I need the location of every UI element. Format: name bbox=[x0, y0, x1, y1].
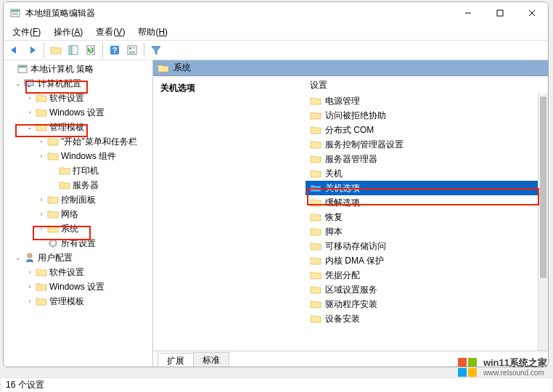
list-item-label: 电源管理 bbox=[325, 95, 360, 107]
folder-icon bbox=[157, 63, 169, 73]
minimize-button[interactable] bbox=[452, 2, 484, 24]
refresh-button[interactable] bbox=[83, 42, 99, 58]
list-item[interactable]: 访问被拒绝协助 bbox=[306, 108, 548, 123]
expand-icon[interactable]: › bbox=[36, 194, 47, 205]
properties-button[interactable] bbox=[124, 42, 140, 58]
app-icon bbox=[9, 7, 21, 19]
column-header-settings[interactable]: 设置 bbox=[306, 76, 548, 94]
collapse-icon[interactable]: ⌄ bbox=[24, 121, 36, 133]
tree-windows-components[interactable]: › Windows 组件 bbox=[4, 149, 152, 163]
expand-icon[interactable]: › bbox=[36, 223, 47, 234]
tree-root[interactable]: 本地计算机 策略 bbox=[4, 62, 152, 76]
list-item[interactable]: 可移动存储访问 bbox=[306, 239, 548, 253]
tree-start-menu[interactable]: › "开始"菜单和任务栏 bbox=[4, 134, 152, 149]
list-item[interactable]: 区域设置服务 bbox=[306, 282, 548, 297]
expand-icon[interactable]: › bbox=[36, 136, 47, 147]
policy-icon bbox=[17, 63, 28, 75]
list-item-label: 凭据分配 bbox=[325, 269, 360, 282]
tree-admin-templates[interactable]: ⌄ 管理模板 bbox=[4, 120, 152, 134]
filter-button[interactable] bbox=[148, 42, 164, 58]
svg-rect-20 bbox=[25, 80, 33, 86]
folder-icon bbox=[310, 256, 321, 266]
expand-icon[interactable]: › bbox=[24, 92, 36, 104]
folder-icon bbox=[310, 183, 321, 193]
menu-view[interactable]: 查看(V) bbox=[90, 25, 131, 40]
expand-icon[interactable]: › bbox=[36, 208, 47, 220]
folder-icon bbox=[47, 136, 59, 147]
list-item[interactable]: 关机 bbox=[306, 166, 548, 181]
folder-icon bbox=[36, 121, 47, 133]
tree-software-settings[interactable]: › 软件设置 bbox=[4, 91, 152, 105]
tree-all-settings[interactable]: 所有设置 bbox=[4, 236, 152, 250]
folder-icon bbox=[310, 285, 321, 295]
expand-icon[interactable]: › bbox=[24, 295, 36, 307]
svg-rect-21 bbox=[28, 86, 30, 87]
list-item[interactable]: 关机选项 bbox=[306, 181, 548, 195]
list-item[interactable]: 驱动程序安装 bbox=[306, 297, 548, 311]
folder-icon bbox=[47, 194, 59, 205]
window-controls bbox=[452, 2, 548, 24]
vertical-scrollbar[interactable] bbox=[538, 94, 548, 351]
content-area: 本地计算机 策略 ⌄ 计算机配置 › 软件设置 › Windows 设置 ⌄ 管… bbox=[4, 60, 548, 367]
list-item[interactable]: 服务器管理器 bbox=[306, 152, 548, 166]
view-button[interactable] bbox=[65, 42, 81, 58]
tree-printers[interactable]: 打印机 bbox=[4, 163, 152, 178]
tree-system[interactable]: › 系统 bbox=[4, 221, 152, 236]
path-label: 系统 bbox=[173, 62, 191, 74]
collapse-icon[interactable]: ⌄ bbox=[12, 78, 24, 89]
folder-icon bbox=[310, 139, 321, 150]
tab-standard[interactable]: 标准 bbox=[193, 352, 229, 367]
tree-user-config[interactable]: ⌄ 用户配置 bbox=[4, 250, 152, 265]
detail-description: 关机选项 bbox=[153, 76, 306, 351]
expand-icon[interactable]: › bbox=[24, 266, 36, 278]
tree-user-admin[interactable]: › 管理模板 bbox=[4, 294, 152, 309]
list-item-label: 脚本 bbox=[325, 226, 343, 238]
menu-help[interactable]: 帮助(H) bbox=[132, 25, 173, 40]
close-button[interactable] bbox=[516, 2, 548, 24]
list-item-label: 访问被拒绝协助 bbox=[325, 110, 386, 122]
forward-button[interactable] bbox=[24, 42, 40, 58]
maximize-button[interactable] bbox=[484, 2, 516, 24]
tree-windows-settings[interactable]: › Windows 设置 bbox=[4, 105, 152, 120]
list-item[interactable]: 设备安装 bbox=[306, 311, 548, 326]
list-container[interactable]: 电源管理访问被拒绝协助分布式 COM服务控制管理器设置服务器管理器关机关机选项缓… bbox=[306, 94, 548, 351]
expand-icon[interactable]: › bbox=[24, 281, 36, 293]
detail-title: 关机选项 bbox=[160, 82, 298, 94]
tree-user-software[interactable]: › 软件设置 bbox=[4, 265, 152, 279]
titlebar: 本地组策略编辑器 bbox=[4, 2, 548, 24]
folder-icon bbox=[36, 266, 47, 278]
tree-computer-config[interactable]: ⌄ 计算机配置 bbox=[4, 76, 152, 91]
help-button[interactable]: ? bbox=[107, 42, 123, 58]
tree-user-windows[interactable]: › Windows 设置 bbox=[4, 279, 152, 294]
folder-icon bbox=[36, 295, 47, 307]
svg-rect-5 bbox=[497, 10, 503, 16]
back-button[interactable] bbox=[7, 42, 22, 58]
collapse-icon[interactable]: ⌄ bbox=[12, 252, 24, 264]
menu-action[interactable]: 操作(A) bbox=[48, 25, 89, 40]
list-item[interactable]: 分布式 COM bbox=[306, 123, 548, 137]
tree-network[interactable]: › 网络 bbox=[4, 207, 152, 221]
list-item-label: 关机选项 bbox=[325, 182, 360, 195]
tree-control-panel[interactable]: › 控制面板 bbox=[4, 192, 152, 207]
tab-extended[interactable]: 扩展 bbox=[157, 353, 194, 367]
statusbar: 16 个设置 bbox=[1, 377, 552, 392]
list-item[interactable]: 电源管理 bbox=[306, 94, 548, 108]
list-item[interactable]: 缓解选项 bbox=[306, 195, 548, 210]
list-item[interactable]: 内核 DMA 保护 bbox=[306, 253, 548, 268]
list-item[interactable]: 服务控制管理器设置 bbox=[306, 137, 548, 152]
list-item[interactable]: 凭据分配 bbox=[306, 268, 548, 282]
scroll-thumb[interactable] bbox=[540, 97, 546, 278]
tree-panel[interactable]: 本地计算机 策略 ⌄ 计算机配置 › 软件设置 › Windows 设置 ⌄ 管… bbox=[4, 60, 153, 367]
expand-icon[interactable]: › bbox=[36, 150, 47, 162]
svg-point-23 bbox=[52, 242, 54, 245]
list-item-label: 可移动存储访问 bbox=[325, 240, 386, 253]
expand-icon[interactable]: › bbox=[24, 107, 36, 118]
watermark-url: www.relsound.com bbox=[483, 369, 547, 377]
list-item[interactable]: 脚本 bbox=[306, 224, 548, 239]
folder-button[interactable] bbox=[48, 42, 64, 58]
folder-icon bbox=[310, 154, 321, 164]
folder-icon bbox=[59, 179, 70, 191]
menu-file[interactable]: 文件(F) bbox=[7, 25, 46, 40]
tree-servers[interactable]: 服务器 bbox=[4, 178, 152, 192]
list-item[interactable]: 恢复 bbox=[306, 210, 548, 224]
